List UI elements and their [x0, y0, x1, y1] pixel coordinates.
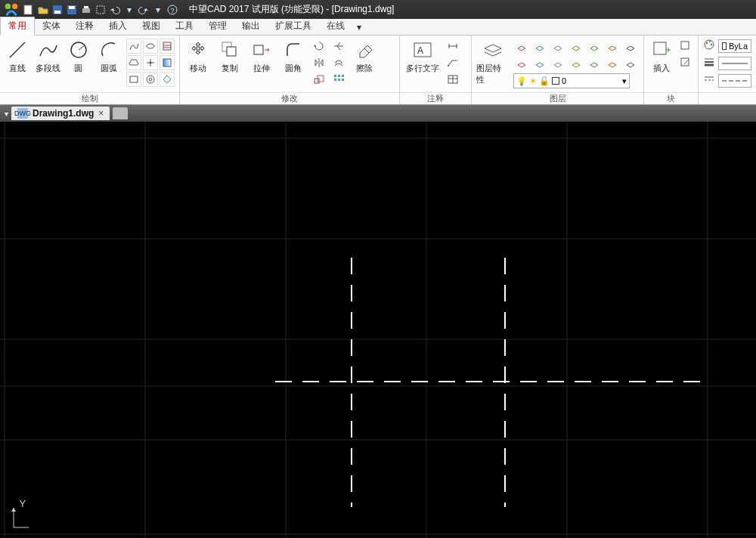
tab-solid[interactable]: 实体 — [35, 17, 68, 35]
tab-common[interactable]: 常用 — [0, 17, 35, 36]
layer-t7-icon[interactable] — [622, 56, 639, 71]
layer-t1-icon[interactable] — [513, 56, 530, 71]
table-icon[interactable] — [445, 72, 460, 87]
line-button[interactable]: 直线 — [5, 39, 30, 74]
saveas-icon[interactable] — [66, 4, 78, 16]
create-block-icon[interactable] — [678, 39, 693, 54]
svg-rect-35 — [338, 79, 340, 81]
open-icon[interactable] — [37, 4, 49, 16]
tab-tools[interactable]: 工具 — [168, 17, 201, 35]
tab-insert[interactable]: 插入 — [101, 17, 135, 35]
linetype-selector[interactable] — [718, 74, 751, 88]
layer-props-button[interactable]: 图层特性 — [476, 39, 509, 85]
donut-icon[interactable] — [143, 72, 158, 87]
rotate-icon[interactable] — [311, 39, 327, 54]
move-button[interactable]: 移动 — [184, 39, 212, 74]
layer-off-icon[interactable] — [513, 39, 530, 54]
ellipse-icon[interactable] — [143, 39, 158, 54]
layer-match-icon[interactable] — [622, 39, 639, 54]
scale-icon[interactable] — [311, 72, 327, 87]
mirror-icon[interactable] — [311, 55, 327, 70]
layer-t3-icon[interactable] — [550, 56, 566, 71]
layer-iso-icon[interactable] — [531, 39, 548, 54]
revcloud-icon[interactable] — [126, 55, 141, 70]
tab-output[interactable]: 输出 — [234, 17, 268, 35]
fillet-label: 圆角 — [285, 63, 302, 74]
tab-annotate[interactable]: 注释 — [68, 17, 101, 35]
arc-label: 圆弧 — [101, 63, 117, 74]
insert-block-button[interactable]: 插入 — [649, 39, 674, 74]
offset-icon[interactable] — [331, 55, 346, 70]
layer-t4-icon[interactable] — [568, 56, 584, 71]
tab-manage[interactable]: 管理 — [201, 17, 234, 35]
panel-layer-label: 图层 — [472, 92, 643, 104]
ucs-y-axis: Y — [9, 505, 39, 529]
plot-preview-icon[interactable] — [94, 4, 107, 16]
layer-on-icon[interactable] — [586, 39, 603, 54]
print-icon[interactable] — [80, 4, 92, 16]
leader-icon[interactable] — [445, 55, 460, 70]
stretch-button[interactable]: 拉伸 — [248, 39, 275, 74]
save-icon[interactable] — [51, 4, 64, 16]
array-icon[interactable] — [331, 72, 346, 87]
tab-list-dropdown[interactable]: ▾ — [5, 110, 8, 118]
lineweight-selector[interactable] — [718, 57, 751, 70]
layer-t6-icon[interactable] — [604, 56, 621, 71]
tab-view[interactable]: 视图 — [135, 17, 168, 35]
undo-icon[interactable] — [109, 4, 121, 16]
hatch-icon[interactable] — [160, 39, 175, 54]
svg-point-0 — [5, 3, 11, 8]
quick-access-toolbar: ▾ ▾ ? — [23, 4, 178, 16]
svg-rect-8 — [84, 6, 88, 8]
annotate-mini — [445, 39, 460, 87]
help-icon[interactable]: ? — [166, 4, 178, 16]
copy-button[interactable]: 复制 — [216, 39, 243, 74]
layer-lock-icon[interactable] — [568, 39, 584, 54]
tab-online[interactable]: 在线 — [319, 17, 352, 35]
trim-icon[interactable] — [331, 39, 346, 54]
drawing-canvas[interactable]: Y — [0, 122, 756, 538]
dwg-file-icon: DWG — [17, 108, 28, 119]
tab-dropdown[interactable]: ▾ — [352, 20, 366, 35]
erase-button[interactable]: 擦除 — [351, 39, 378, 74]
point-icon[interactable] — [143, 55, 158, 70]
new-tab-button[interactable] — [113, 107, 128, 119]
close-tab-icon[interactable]: × — [98, 108, 104, 119]
mtext-label: 多行文字 — [406, 63, 439, 74]
layer-t2-icon[interactable] — [531, 56, 548, 71]
svg-rect-2 — [24, 5, 32, 14]
window-title: 中望CAD 2017 试用版 (功能受限) - [Drawing1.dwg] — [189, 3, 394, 16]
layer-t5-icon[interactable] — [586, 56, 603, 71]
rectangle-icon[interactable] — [126, 72, 141, 87]
line-label: 直线 — [9, 63, 26, 74]
color-selector[interactable]: ByLa — [718, 39, 751, 53]
region-icon[interactable] — [160, 72, 175, 87]
panel-props-label — [699, 92, 756, 104]
panel-block-label: 块 — [644, 92, 698, 104]
redo-icon[interactable] — [138, 4, 150, 16]
mtext-button[interactable]: A 多行文字 — [404, 39, 441, 74]
copy-icon — [218, 39, 241, 61]
layer-freeze-icon[interactable] — [550, 39, 566, 54]
spline-icon[interactable] — [126, 39, 141, 54]
undo-dropdown-icon[interactable]: ▾ — [123, 4, 135, 16]
circle-label: 圆 — [74, 63, 82, 74]
arc-button[interactable]: 圆弧 — [96, 39, 122, 74]
palette-icon — [703, 39, 715, 54]
circle-button[interactable]: 圆 — [66, 39, 91, 74]
svg-rect-22 — [163, 59, 171, 66]
document-tab[interactable]: DWG Drawing1.dwg × — [11, 107, 110, 120]
panel-block: 插入 块 — [644, 36, 699, 104]
polyline-button[interactable]: 多段线 — [35, 39, 60, 74]
fillet-button[interactable]: 圆角 — [280, 39, 307, 74]
tab-extension[interactable]: 扩展工具 — [268, 17, 319, 35]
layer-thaw-icon[interactable] — [604, 39, 621, 54]
new-icon[interactable] — [23, 4, 35, 16]
layer-selector[interactable]: 💡 ☀ 🔓 0 ▾ — [513, 73, 630, 88]
dimension-icon[interactable] — [445, 39, 460, 54]
mtext-icon: A — [411, 39, 434, 61]
gradient-icon[interactable] — [160, 55, 175, 70]
redo-dropdown-icon[interactable]: ▾ — [152, 4, 164, 16]
layer-color-swatch — [552, 77, 559, 85]
edit-block-icon[interactable] — [678, 55, 693, 70]
